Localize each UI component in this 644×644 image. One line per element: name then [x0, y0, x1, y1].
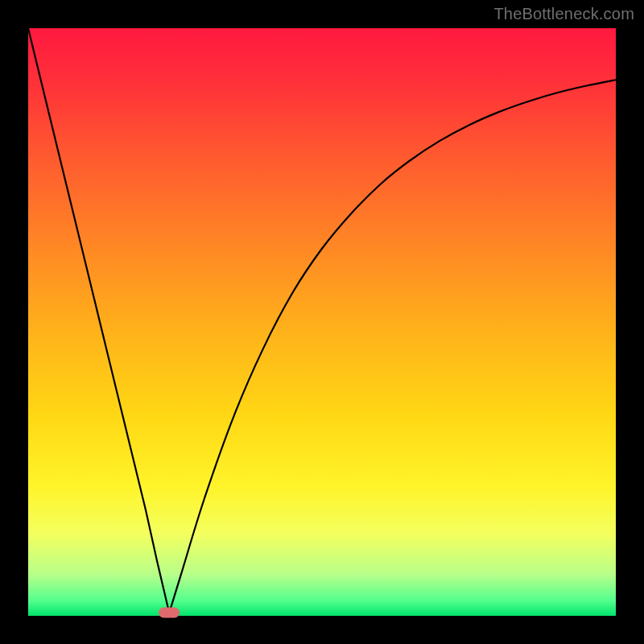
chart-frame: TheBottleneck.com [0, 0, 644, 644]
watermark-text: TheBottleneck.com [493, 5, 634, 23]
curve-svg [28, 28, 616, 616]
plot-area [28, 28, 616, 616]
bottleneck-curve-left [28, 28, 169, 613]
bottleneck-curve-right [169, 80, 616, 613]
optimal-marker [159, 607, 180, 617]
